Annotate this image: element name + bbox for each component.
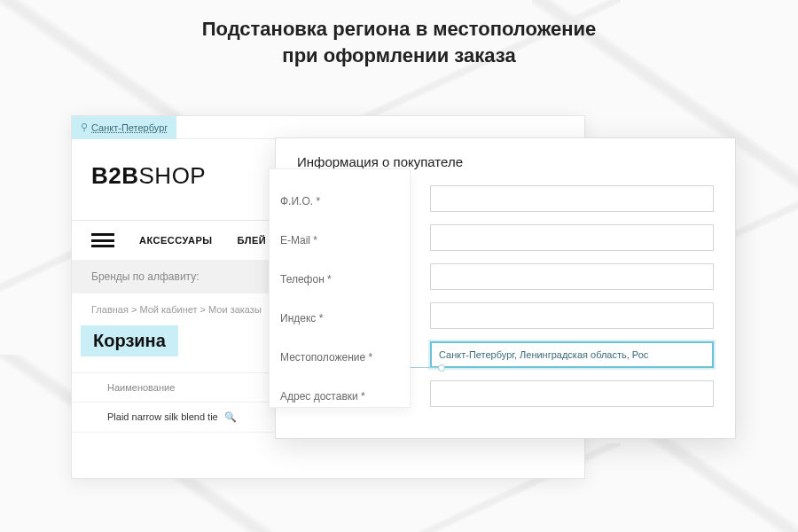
logo-light: SHOP [139, 162, 207, 189]
input-email[interactable] [430, 224, 714, 251]
input-location[interactable] [430, 341, 714, 368]
shop-topbar: ⚲ Санкт-Петербург [72, 116, 584, 139]
region-name: Санкт-Петербург [91, 122, 168, 133]
hamburger-icon[interactable] [91, 233, 114, 247]
label-email: E-Mail * [297, 231, 430, 244]
input-fullname[interactable] [430, 185, 714, 212]
label-zip: Индекс * [297, 309, 430, 322]
connector-line [409, 367, 440, 368]
field-row-zip: Индекс * [297, 302, 714, 329]
field-row-fullname: Ф.И.О. * [297, 185, 714, 212]
cart-title-text: Корзина [93, 331, 166, 350]
headline-line2: при оформлении заказа [282, 44, 515, 66]
headline-line1: Подстановка региона в местоположение [202, 18, 597, 40]
shop-logo: B2BSHOP [91, 162, 206, 189]
form-title: Информация о покупателе [297, 154, 714, 169]
product-name: Plaid narrow silk blend tie [107, 411, 218, 422]
region-selector[interactable]: ⚲ Санкт-Петербург [72, 116, 176, 139]
buyer-form-window: Информация о покупателе Ф.И.О. * E-Mail … [275, 137, 736, 439]
magnifier-icon[interactable]: 🔍 [224, 411, 237, 422]
logo-bold: B2B [91, 162, 139, 189]
input-phone[interactable] [430, 263, 714, 290]
cart-title: Корзина [81, 325, 178, 356]
field-row-location: Местоположение * [297, 341, 714, 368]
label-fullname: Ф.И.О. * [297, 192, 430, 205]
label-address: Адрес доставки * [297, 387, 430, 400]
label-phone: Телефон * [297, 270, 430, 283]
breadcrumb-text: Главная > Мой кабинет > Мои заказы [91, 304, 262, 315]
col-name: Наименование [107, 382, 175, 393]
field-row-address: Адрес доставки * [297, 380, 714, 407]
label-location: Местоположение * [297, 348, 430, 361]
page-headline: Подстановка региона в местоположение при… [0, 16, 798, 68]
field-row-email: E-Mail * [297, 224, 714, 251]
nav-item-blazers[interactable]: БЛЕЙ [238, 235, 267, 246]
brands-label: Бренды по алфавиту: [91, 270, 200, 283]
field-row-phone: Телефон * [297, 263, 714, 290]
location-pin-icon: ⚲ [81, 121, 88, 133]
input-zip[interactable] [430, 302, 714, 329]
screenshot-stage: ⚲ Санкт-Петербург B2BSHOP АКСЕССУАРЫ БЛЕ… [71, 115, 727, 497]
nav-item-accessories[interactable]: АКСЕССУАРЫ [139, 235, 213, 246]
input-address[interactable] [430, 380, 714, 407]
